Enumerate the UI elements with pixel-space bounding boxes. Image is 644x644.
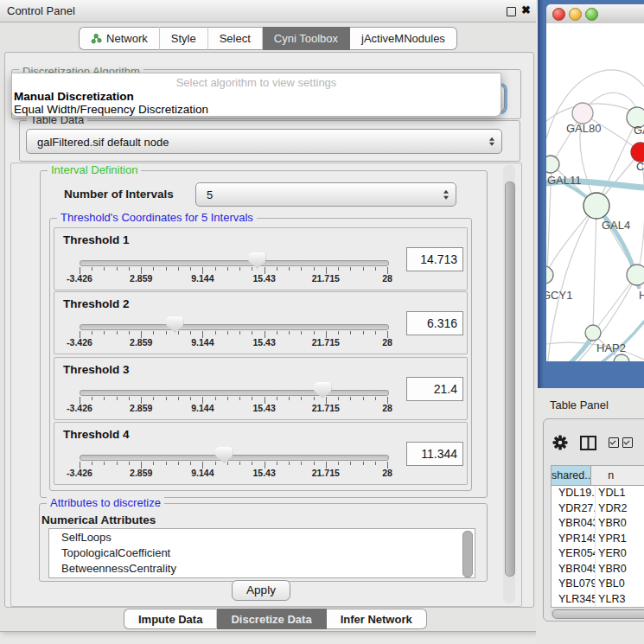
- control-panel-window: Control Panel ✖ NetworkStyleSelectCyni T…: [0, 0, 537, 632]
- table-hscrollbar-thumb[interactable]: [552, 609, 644, 619]
- thresholds-group: Threshold's Coordinates for 5 Intervals …: [49, 218, 472, 491]
- table-cell: YLR345W: [552, 592, 596, 608]
- table-row[interactable]: YBR043CYBR0: [552, 516, 644, 532]
- table-row[interactable]: YIL052CYIL0: [552, 607, 644, 608]
- network-view-window: GAL80GACGAL11GAL4GCY1HHAP2: [538, 0, 644, 388]
- zoom-traffic-light-icon[interactable]: [585, 8, 598, 21]
- node-label-gal4: GAL4: [602, 219, 630, 232]
- table-cell: YBL079W: [552, 577, 596, 592]
- network-node[interactable]: [572, 103, 593, 124]
- attribute-item-topologicalcoefficient[interactable]: TopologicalCoefficient: [61, 546, 170, 562]
- numerical-attributes-label: Numerical Attributes: [41, 513, 156, 526]
- checkbox-icon[interactable]: [622, 437, 633, 448]
- slider-scale-labels: -3.4262.8599.14415.4321.71528: [80, 273, 387, 284]
- algorithm-option-manual-discretization[interactable]: Manual Discretization: [14, 90, 134, 103]
- network-node[interactable]: [583, 193, 609, 219]
- screenshot-stage: Control Panel ✖ NetworkStyleSelectCyni T…: [0, 0, 644, 644]
- algorithm-option-equal-width-frequency-discretization[interactable]: Equal Width/Frequency Discretization: [14, 103, 208, 116]
- float-window-icon[interactable]: [507, 7, 516, 16]
- slider-track[interactable]: [80, 324, 389, 330]
- network-node[interactable]: [627, 265, 644, 285]
- table-cell: YPR1: [596, 532, 644, 547]
- threshold-value-field[interactable]: 11.344: [406, 442, 463, 466]
- apply-button[interactable]: Apply: [232, 580, 290, 601]
- slider-track[interactable]: [80, 260, 389, 266]
- slider-track[interactable]: [80, 455, 389, 461]
- table-cell: YBR045C: [552, 562, 596, 577]
- minimize-traffic-light-icon[interactable]: [569, 8, 582, 21]
- table-row[interactable]: YBR045CYBR0: [552, 562, 644, 577]
- control-panel-titlebar: Control Panel ✖: [0, 0, 536, 22]
- table-cell: YIL0: [596, 607, 644, 608]
- column-header-1[interactable]: shared...: [552, 466, 591, 485]
- table-header-row: shared...n: [552, 466, 644, 486]
- tab-discretize-data[interactable]: Discretize Data: [217, 609, 326, 629]
- network-window-titlebar[interactable]: [546, 4, 644, 24]
- number-of-intervals-combo[interactable]: 5: [195, 182, 456, 207]
- tab-label: Cyni Toolbox: [274, 32, 338, 45]
- table-row[interactable]: YBL079WYBL0: [552, 577, 644, 592]
- node-label-ga: GA: [634, 124, 644, 137]
- table-row[interactable]: YDL19...YDL1: [552, 486, 644, 501]
- threshold-value-field[interactable]: 6.316: [406, 311, 463, 335]
- slider-scale-labels: -3.4262.8599.14415.4321.71528: [80, 468, 387, 479]
- table-panel: shared...n YDL19...YDL1YDR27...YDR2YBR04…: [543, 418, 644, 622]
- bottom-tab-bar: Impute DataDiscretize DataInfer Network: [124, 609, 427, 629]
- table-cell: YDL19...: [552, 486, 596, 501]
- attribute-item-selfloops[interactable]: SelfLoops: [61, 531, 112, 546]
- table-cell: YER054C: [552, 546, 596, 562]
- table-row[interactable]: YPR145WYPR1: [552, 532, 644, 547]
- panel-title: Control Panel: [7, 4, 75, 17]
- network-node[interactable]: [585, 325, 601, 341]
- close-icon[interactable]: ✖: [521, 3, 531, 16]
- threshold-label: Threshold 4: [63, 428, 130, 441]
- close-traffic-light-icon[interactable]: [552, 8, 565, 21]
- slider-scale-labels: -3.4262.8599.14415.4321.71528: [80, 337, 387, 348]
- threshold-row-4: Threshold 4-3.4262.8599.14415.4321.71528…: [54, 422, 468, 485]
- columns-icon[interactable]: [580, 436, 596, 450]
- column-header-2[interactable]: n: [591, 466, 644, 485]
- threshold-value-field[interactable]: 14.713: [406, 247, 463, 271]
- table-cell: YPR145W: [552, 532, 596, 547]
- tab-label: Style: [171, 32, 196, 45]
- slider-track[interactable]: [80, 390, 389, 396]
- node-table[interactable]: shared...n YDL19...YDL1YDR27...YDR2YBR04…: [551, 465, 644, 608]
- tab-network[interactable]: Network: [79, 27, 160, 50]
- tab-label: Select: [220, 32, 251, 45]
- gear-icon[interactable]: [552, 435, 568, 450]
- table-row[interactable]: YER054CYER0: [552, 546, 644, 562]
- list-scrollbar[interactable]: [462, 531, 473, 577]
- table-cell: YIL052C: [552, 607, 596, 608]
- table-panel-title: Table Panel: [550, 399, 609, 411]
- tab-impute-data[interactable]: Impute Data: [124, 609, 217, 629]
- tab-style[interactable]: Style: [160, 27, 208, 50]
- table-data-combo[interactable]: galFiltered.sif default node: [26, 129, 502, 154]
- threshold-label: Threshold 1: [63, 233, 130, 246]
- tab-jactivemnodules[interactable]: jActiveMNodules: [350, 27, 457, 50]
- table-hscrollbar-track[interactable]: [551, 609, 644, 618]
- node-label-c: C: [636, 160, 644, 173]
- tab-select[interactable]: Select: [208, 27, 263, 50]
- table-body: YDL19...YDL1YDR27...YDR2YBR043CYBR0YPR14…: [552, 486, 644, 608]
- node-label-h: H: [639, 289, 644, 302]
- tab-infer-network[interactable]: Infer Network: [327, 609, 427, 629]
- network-node[interactable]: [546, 156, 559, 173]
- table-row[interactable]: YDR27...YDR2: [552, 501, 644, 517]
- tab-cyni-toolbox[interactable]: Cyni Toolbox: [263, 27, 350, 50]
- threshold-value-field[interactable]: 21.4: [406, 377, 463, 401]
- panel-scrollbar-thumb[interactable]: [505, 182, 515, 577]
- network-node[interactable]: [546, 266, 553, 284]
- numerical-attributes-list[interactable]: SelfLoopsTopologicalCoefficientBetweenne…: [48, 528, 475, 578]
- attributes-group-title: Attributes to discretize: [47, 496, 164, 509]
- combo-spinner-icon: [443, 190, 449, 200]
- tab-label: Network: [106, 32, 148, 45]
- table-cell: YBR043C: [552, 516, 596, 532]
- checkbox-icon[interactable]: [609, 437, 619, 448]
- attribute-item-betweennesscentrality[interactable]: BetweennessCentrality: [61, 562, 176, 577]
- number-of-intervals-value: 5: [207, 188, 213, 201]
- network-canvas[interactable]: GAL80GACGAL11GAL4GCY1HHAP2: [546, 23, 644, 361]
- combo-spinner-icon: [489, 137, 494, 146]
- table-row[interactable]: YLR345WYLR3: [552, 592, 644, 608]
- table-toolbar: [552, 431, 644, 454]
- thresholds-group-title: Threshold's Coordinates for 5 Intervals: [57, 211, 257, 224]
